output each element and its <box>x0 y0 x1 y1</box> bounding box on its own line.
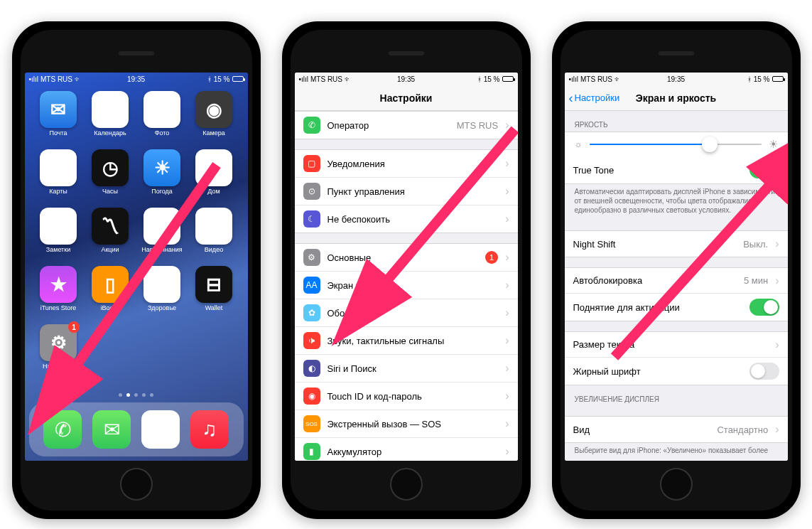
chevron-right-icon: › <box>505 445 509 458</box>
app-photos[interactable]: ✿Фото <box>139 91 186 146</box>
app-label: Заметки <box>46 246 70 253</box>
chevron-right-icon: › <box>505 417 509 430</box>
health-icon: ♥ <box>144 266 180 303</box>
bold-text-toggle[interactable] <box>749 363 779 380</box>
app-clock[interactable]: ◷Часы <box>87 149 134 205</box>
settings-row-аккумулятор[interactable]: ▮Аккумулятор› <box>295 438 518 461</box>
chevron-right-icon: › <box>505 185 509 198</box>
settings-row-основные[interactable]: ⚙Основные1› <box>295 244 518 272</box>
dock-music[interactable]: ♫ <box>190 410 229 449</box>
row-icon: ☾ <box>303 210 320 228</box>
dock-phone[interactable]: ✆ <box>43 410 82 449</box>
chevron-right-icon: › <box>775 423 779 436</box>
row-label: Не беспокоить <box>327 214 499 225</box>
dock-messages[interactable]: ✉ <box>92 410 131 449</box>
app-stocks[interactable]: 〽Акции <box>87 208 134 263</box>
app-reminders[interactable]: ☑Напоминания <box>139 208 186 263</box>
app-camera[interactable]: ◉Камера <box>190 91 238 146</box>
chevron-right-icon: › <box>505 362 509 375</box>
row-label: Обои <box>327 308 499 319</box>
chevron-right-icon: › <box>775 274 779 287</box>
bold-text-row: Жирный шрифт <box>565 358 788 385</box>
dock-safari[interactable]: ◎ <box>141 410 180 449</box>
row-label: Пункт управления <box>327 186 499 197</box>
settings-row-touch-id-и-код-пароль[interactable]: ◉Touch ID и код-пароль› <box>295 383 518 410</box>
app-label: iBooks <box>100 304 119 311</box>
chevron-right-icon: › <box>505 306 509 319</box>
row-label: Звуки, тактильные сигналы <box>327 336 499 346</box>
navbar: ‹ Настройки Экран и яркость <box>565 85 788 111</box>
settings-row-экран-и-яркость[interactable]: AAЭкран и яркость› <box>295 272 518 299</box>
sun-large-icon: ☀ <box>769 138 778 151</box>
row-icon: ◐ <box>303 360 320 377</box>
settings-row-siri-и-поиск[interactable]: ◐Siri и Поиск› <box>295 355 518 383</box>
chevron-left-icon: ‹ <box>569 92 573 105</box>
nightshift-row[interactable]: Night Shift Выкл. › <box>565 231 788 257</box>
chevron-right-icon: › <box>775 237 779 250</box>
chevron-right-icon: › <box>505 279 509 292</box>
brightness-slider[interactable] <box>590 144 762 145</box>
home-button[interactable] <box>120 468 153 501</box>
app-label: iTunes Store <box>40 304 77 311</box>
row-label: Touch ID и код-пароль <box>327 391 499 402</box>
app-videos[interactable]: ▶Видео <box>190 208 238 263</box>
wifi-icon: ᯤ <box>75 75 82 83</box>
app-grid: ✉Почта23Календарь✿Фото◉Камера➤Карты◷Часы… <box>25 85 248 390</box>
app-label: Дом <box>207 188 220 195</box>
app-weather[interactable]: ☀Погода <box>139 149 186 205</box>
settings-row-не-беспокоить[interactable]: ☾Не беспокоить› <box>295 205 518 233</box>
app-home[interactable]: ⌂Дом <box>190 149 238 205</box>
home-button[interactable] <box>660 468 693 501</box>
app-health[interactable]: ♥Здоровье <box>139 266 186 321</box>
text-size-row[interactable]: Размер текста › <box>565 332 788 358</box>
row-label: Экстренный вызов — SOS <box>327 419 499 429</box>
battery-percent: 15 % <box>214 75 230 83</box>
videos-icon: ▶ <box>195 208 232 245</box>
settings-list[interactable]: ✆ОператорMTS RUS›▢Уведомления›⊙Пункт упр… <box>295 111 518 461</box>
notes-icon: ≡ <box>40 208 77 245</box>
row-icon: ⚙ <box>303 249 320 266</box>
settings-row-оператор[interactable]: ✆ОператорMTS RUS› <box>295 112 518 139</box>
app-ibooks[interactable]: ▯iBooks <box>87 266 134 321</box>
photos-icon: ✿ <box>144 91 180 128</box>
section-header-zoom: УВЕЛИЧЕНИЕ ДИСПЛЕЯ <box>565 385 788 406</box>
view-row[interactable]: Вид Стандартно › <box>565 417 788 442</box>
row-icon: AA <box>303 277 320 294</box>
app-maps[interactable]: ➤Карты <box>35 149 82 205</box>
row-label: Уведомления <box>327 159 499 169</box>
app-notes[interactable]: ≡Заметки <box>35 208 82 263</box>
chevron-right-icon: › <box>505 334 509 347</box>
badge: 1 <box>68 321 80 333</box>
chevron-right-icon: › <box>505 251 509 264</box>
truetone-toggle[interactable] <box>749 161 779 178</box>
settings-row-звуки-тактильные-сигналы[interactable]: 🕩Звуки, тактильные сигналы› <box>295 327 518 355</box>
app-itunes[interactable]: ★iTunes Store <box>35 266 82 321</box>
status-bar: •ılıl MTS RUS ᯤ 19:35 ᚼ 15 % <box>25 73 248 85</box>
app-settings[interactable]: ⚙1Настройки <box>35 324 82 380</box>
status-bar: •ılılMTS RUSᯤ 19:35 ᚼ15 % <box>295 73 518 85</box>
back-button[interactable]: ‹ Настройки <box>569 92 620 105</box>
settings-row-пункт-управления[interactable]: ⊙Пункт управления› <box>295 178 518 205</box>
back-label: Настройки <box>575 92 620 103</box>
row-icon: ▮ <box>303 443 320 460</box>
truetone-description: Автоматически адаптировать дисплей iPhon… <box>565 184 788 220</box>
home-button[interactable] <box>390 468 423 501</box>
app-label: Настройки <box>43 363 74 370</box>
settings-icon: ⚙1 <box>40 324 77 361</box>
raise-to-wake-toggle[interactable] <box>749 299 779 316</box>
settings-row-уведомления[interactable]: ▢Уведомления› <box>295 150 518 178</box>
app-mail[interactable]: ✉Почта <box>35 91 82 146</box>
autolock-row[interactable]: Автоблокировка 5 мин › <box>565 268 788 294</box>
settings-row-обои[interactable]: ✿Обои› <box>295 299 518 327</box>
row-badge: 1 <box>485 251 498 264</box>
row-icon: SOS <box>303 415 320 432</box>
signal-icon: •ılıl <box>29 75 39 83</box>
app-wallet[interactable]: ⊟Wallet <box>190 266 238 321</box>
settings-row-экстренный-вызов-sos[interactable]: SOSЭкстренный вызов — SOS› <box>295 410 518 438</box>
page-indicator[interactable] <box>25 390 248 400</box>
app-label: Погода <box>151 188 173 195</box>
bluetooth-icon: ᚼ <box>207 75 212 83</box>
app-calendar[interactable]: 23Календарь <box>87 91 134 146</box>
carrier-label: MTS RUS <box>40 75 72 83</box>
display-settings-list[interactable]: ЯРКОСТЬ ☼ ☀ True Tone <box>565 111 788 461</box>
